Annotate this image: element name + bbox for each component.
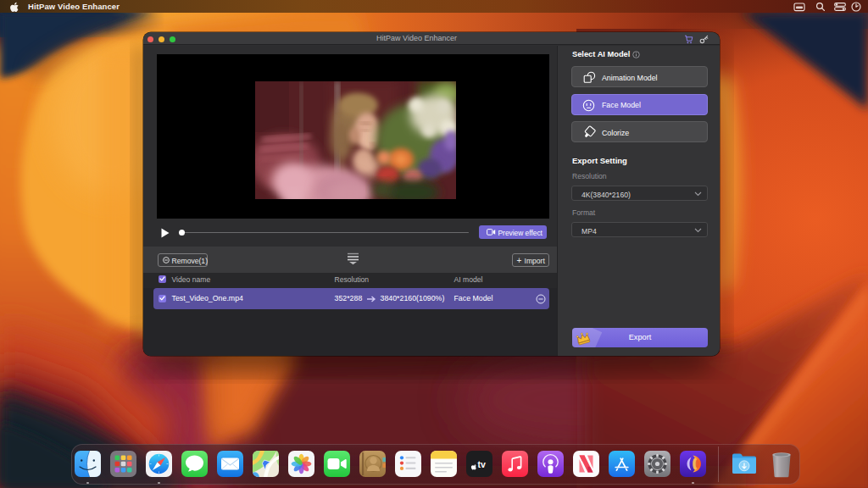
svg-text:tv: tv bbox=[477, 459, 485, 469]
